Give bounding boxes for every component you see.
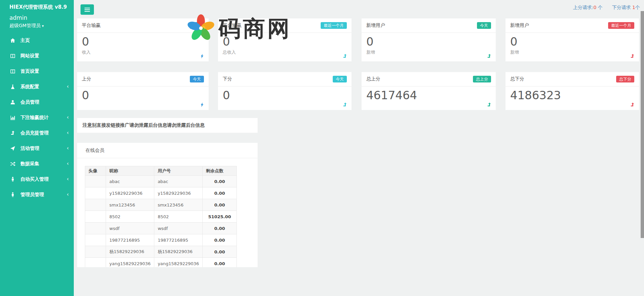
sidebar-item[interactable]: 会员管理 (0, 95, 74, 110)
points-cell: 0.00 (203, 258, 237, 268)
table-row: 8502850251025.00 (85, 211, 237, 223)
column-header: 剩余点数 (203, 166, 237, 176)
account-cell: abac (154, 176, 203, 187)
level-up-icon (342, 102, 347, 107)
current-user: admin (9, 14, 70, 21)
stat-card-badge: 今天 (477, 22, 491, 29)
chevron-left-icon: ‹ (67, 191, 69, 197)
sidebar-menu: 主页网站设置首页设置系统配置‹会员管理下注输赢统计‹会员充提管理‹活动管理‹数据… (0, 33, 74, 202)
user-icon (9, 100, 16, 105)
avatar-cell (85, 246, 106, 258)
stat-card-title: 平台输赢 (223, 22, 241, 28)
nickname-cell: y15829229036 (106, 187, 154, 199)
stat-card-title: 上分 (82, 76, 91, 82)
down-request-link[interactable]: 下分请求 1个 (612, 5, 640, 10)
level-up-icon (9, 130, 16, 136)
avatar-cell (85, 199, 106, 211)
up-request-link[interactable]: 上分请求:0 个 (573, 5, 603, 10)
stat-card-badge: 今天 (333, 76, 347, 82)
avatar-cell (85, 176, 106, 187)
stat-card-label: 新增 (510, 49, 634, 55)
sidebar-item-label: 主页 (20, 38, 30, 44)
points-cell: 51025.00 (203, 211, 237, 223)
bolt-icon (200, 102, 205, 107)
stat-card-value: 4617464 (366, 90, 491, 102)
notice-text: 注意别直接发链接推广请勿泄露后台信息请勿泄露后台信息 (83, 122, 205, 128)
home-icon (9, 38, 16, 43)
chevron-left-icon: ‹ (67, 161, 69, 167)
request-count: 1 (632, 5, 635, 10)
stat-card-value: 0 (223, 36, 347, 48)
sidebar-item[interactable]: 下注输赢统计‹ (0, 110, 74, 125)
table-row: wsdfwsdf0.00 (85, 223, 237, 234)
stat-card-badge: 总下分 (616, 76, 634, 82)
column-header: 昵称 (106, 166, 154, 176)
stat-card-badge: 总上分 (473, 76, 491, 82)
points-cell: 0.00 (203, 234, 237, 246)
male-icon (9, 177, 16, 182)
sidebar-item[interactable]: 管理员管理‹ (0, 187, 74, 202)
table-row: smx123456smx1234560.00 (85, 199, 237, 211)
column-header: 头像 (85, 166, 106, 176)
level-up-icon (487, 54, 492, 59)
sidebar-item[interactable]: 网站设置 (0, 48, 74, 64)
stat-card-badge: 最近一个月 (321, 22, 347, 29)
bar-chart-icon (9, 115, 16, 120)
stat-card-header: 平台输赢今天 (77, 18, 209, 33)
level-up-icon (487, 102, 492, 107)
sidebar-item[interactable]: 系统配置‹ (0, 79, 74, 95)
sidebar-item-label: 管理员管理 (20, 192, 44, 198)
account-cell: yang15829229036 (154, 258, 203, 268)
account-cell: smx123456 (154, 199, 203, 211)
stat-card-header: 总下分总下分 (505, 72, 639, 86)
request-label: 上分请求: (573, 5, 594, 10)
column-header: 用户号 (154, 166, 203, 176)
account-cell: 8502 (154, 211, 203, 223)
stat-card-value: 0 (82, 90, 204, 102)
table-row: y15829229036y158292290360.00 (85, 187, 237, 199)
sidebar-item[interactable]: 自动买入管理‹ (0, 172, 74, 187)
stat-card: 上分今天0 (77, 72, 209, 110)
nickname-cell: 8502 (106, 211, 154, 223)
points-cell: 0.00 (203, 176, 237, 187)
stat-card-body: 0 (218, 86, 352, 102)
columns-icon (9, 69, 16, 74)
menu-toggle-button[interactable] (80, 4, 94, 15)
sidebar-item-label: 自动买入管理 (20, 176, 49, 182)
stat-card-header: 新增用户今天 (362, 18, 496, 33)
level-up-icon (630, 102, 635, 107)
scrollbar-thumb[interactable] (641, 11, 644, 238)
chevron-left-icon: ‹ (67, 130, 69, 136)
sidebar-item-label: 网站设置 (20, 53, 39, 59)
sidebar-item-label: 系统配置 (20, 84, 39, 90)
avatar-cell (85, 234, 106, 246)
sidebar-item[interactable]: 活动管理‹ (0, 141, 74, 156)
sidebar-item-label: 会员充提管理 (20, 130, 49, 136)
avatar-cell (85, 223, 106, 234)
table-row: abacabac0.00 (85, 176, 237, 187)
sidebar-item[interactable]: 首页设置 (0, 64, 74, 79)
chevron-left-icon: ‹ (67, 145, 69, 151)
sidebar-item-label: 下注输赢统计 (20, 115, 49, 121)
brand-block: HIEX代理管理系统 v8.9 admin 超级GM管理员▾ (0, 0, 74, 29)
stat-card-badge: 今天 (190, 76, 204, 82)
stat-card-value: 4186323 (510, 90, 634, 102)
avatar-cell (85, 187, 106, 199)
request-label: 下分请求 (612, 5, 632, 10)
sidebar-item[interactable]: 数据采集‹ (0, 156, 74, 172)
stat-card-body: 0收入 (77, 33, 209, 55)
main-content: 上分请求:0 个下分请求 1个 平台输赢今天0收入平台输赢最近一个月0总收入新增… (74, 0, 644, 296)
nickname-cell: wsdf (106, 223, 154, 234)
account-cell: y15829229036 (154, 187, 203, 199)
sidebar-item[interactable]: 会员充提管理‹ (0, 125, 74, 141)
request-unit: 个 (635, 5, 640, 10)
stat-card: 下分今天0 (218, 72, 352, 110)
stat-card: 新增用户最近一个月0新增 (505, 18, 639, 61)
stat-card-header: 新增用户最近一个月 (505, 18, 639, 33)
paper-plane-icon (9, 146, 16, 151)
sidebar-item[interactable]: 主页 (0, 33, 74, 48)
role-dropdown[interactable]: 超级GM管理员▾ (9, 23, 70, 29)
stat-card-value: 0 (82, 36, 204, 48)
caret-down-icon: ▾ (42, 24, 44, 28)
nickname-cell: 杨15829229036 (106, 246, 154, 258)
